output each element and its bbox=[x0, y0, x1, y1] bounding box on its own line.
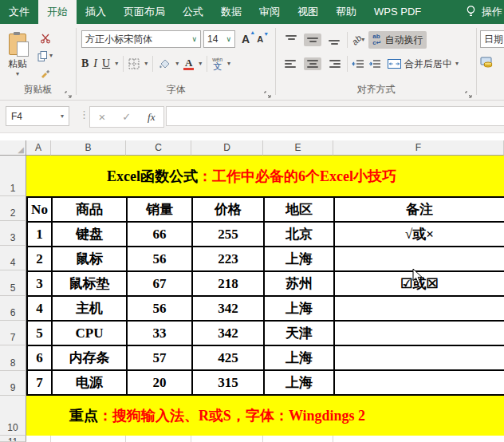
underline-button[interactable]: U bbox=[102, 57, 110, 70]
phonetic-guide-button[interactable]: wén 文 bbox=[212, 57, 222, 71]
cell-e2[interactable]: 地区 bbox=[264, 197, 334, 222]
align-left-button[interactable] bbox=[282, 57, 300, 70]
cell-d2[interactable]: 价格 bbox=[192, 197, 264, 222]
row-header-9[interactable]: 9 bbox=[0, 371, 26, 396]
cell-e7[interactable]: 天津 bbox=[264, 321, 334, 345]
cell-f6[interactable] bbox=[334, 296, 504, 321]
tab-data[interactable]: 数据 bbox=[212, 0, 250, 24]
row-header-8[interactable]: 8 bbox=[0, 345, 26, 371]
formula-bar-grip[interactable]: ⋮ bbox=[79, 109, 89, 120]
tab-review[interactable]: 审阅 bbox=[250, 0, 289, 24]
cell-b7[interactable]: CPU bbox=[52, 321, 127, 345]
cell-b2[interactable]: 商品 bbox=[52, 197, 127, 222]
font-size-combo[interactable]: 14 ∨ bbox=[203, 30, 235, 48]
cell-f8[interactable] bbox=[334, 345, 504, 370]
row-header-5[interactable]: 5 bbox=[0, 270, 26, 296]
cell-d9[interactable]: 315 bbox=[192, 370, 264, 395]
cut-button[interactable] bbox=[35, 31, 55, 45]
tab-help[interactable]: 帮助 bbox=[327, 0, 365, 24]
align-center-button[interactable] bbox=[304, 57, 321, 70]
row-header-2[interactable]: 2 bbox=[0, 196, 26, 221]
tab-formulas[interactable]: 公式 bbox=[174, 0, 212, 24]
cell-a6[interactable]: 4 bbox=[27, 296, 52, 321]
cancel-button[interactable]: × bbox=[98, 110, 105, 124]
align-right-button[interactable] bbox=[325, 57, 343, 70]
cell-c7[interactable]: 33 bbox=[127, 321, 192, 345]
cell-a7[interactable]: 5 bbox=[27, 321, 52, 345]
cell-e9[interactable]: 上海 bbox=[264, 370, 334, 395]
tab-home[interactable]: 开始 bbox=[38, 0, 77, 24]
increase-font-button[interactable]: A▲ bbox=[242, 33, 250, 45]
cell-f7[interactable] bbox=[334, 321, 504, 345]
fill-color-button[interactable] bbox=[158, 58, 171, 70]
formula-input[interactable] bbox=[166, 106, 504, 126]
row-header-3[interactable]: 3 bbox=[0, 221, 26, 246]
column-header-d[interactable]: D bbox=[191, 140, 263, 156]
cell-e5[interactable]: 苏州 bbox=[264, 271, 334, 296]
cell-a5[interactable]: 3 bbox=[27, 271, 52, 296]
align-top-button[interactable] bbox=[282, 34, 300, 46]
cell-a9[interactable]: 7 bbox=[27, 370, 52, 395]
cell-c5[interactable]: 67 bbox=[127, 271, 192, 296]
footer-banner-cell[interactable]: 重点：搜狗输入法、R或S，字体：Wingdings 2 bbox=[26, 396, 504, 436]
font-dialog-launcher[interactable] bbox=[264, 88, 272, 96]
cell-b3[interactable]: 键盘 bbox=[52, 222, 127, 247]
wrap-text-button[interactable]: abc↵ 自动换行 bbox=[368, 31, 427, 49]
column-header-b[interactable]: B bbox=[51, 140, 126, 156]
cell-a3[interactable]: 1 bbox=[27, 222, 52, 247]
title-banner-cell[interactable]: Excel函数公式：工作中必备的6个Excel小技巧 bbox=[26, 156, 504, 196]
cell-e8[interactable]: 上海 bbox=[264, 345, 334, 370]
decrease-font-button[interactable]: A▼ bbox=[257, 34, 263, 44]
name-box[interactable]: F4 ▾ bbox=[6, 106, 69, 126]
row-header-6[interactable]: 6 bbox=[0, 296, 26, 321]
cell-f9[interactable] bbox=[334, 370, 504, 395]
column-header-f[interactable]: F bbox=[333, 140, 504, 156]
cell-c9[interactable]: 20 bbox=[127, 370, 192, 395]
cell-f3[interactable]: √或× bbox=[334, 222, 504, 247]
bold-button[interactable]: B bbox=[81, 57, 89, 70]
number-format-combo[interactable]: 日期 bbox=[480, 30, 504, 48]
paste-button[interactable]: 粘贴 ▾ bbox=[0, 24, 35, 81]
cell-a8[interactable]: 6 bbox=[27, 345, 52, 370]
cell-d8[interactable]: 425 bbox=[192, 345, 264, 370]
increase-indent-button[interactable] bbox=[368, 59, 381, 69]
column-header-c[interactable]: C bbox=[126, 140, 191, 156]
tab-file[interactable]: 文件 bbox=[0, 0, 38, 24]
cell-c2[interactable]: 销量 bbox=[127, 197, 192, 222]
row-header-1[interactable]: 1 bbox=[0, 156, 26, 196]
alignment-dialog-launcher[interactable] bbox=[465, 88, 473, 96]
cell-b6[interactable]: 主机 bbox=[52, 296, 127, 321]
cell-c3[interactable]: 66 bbox=[127, 222, 192, 247]
clipboard-dialog-launcher[interactable] bbox=[65, 88, 73, 96]
cell-a2[interactable]: No bbox=[27, 197, 52, 222]
cell-d4[interactable]: 223 bbox=[192, 247, 264, 271]
cell-b9[interactable]: 电源 bbox=[52, 370, 127, 395]
borders-button[interactable] bbox=[128, 58, 140, 69]
orientation-button[interactable]: ab▾ bbox=[352, 35, 364, 45]
cell-d7[interactable]: 342 bbox=[192, 321, 264, 345]
tab-page-layout[interactable]: 页面布局 bbox=[115, 0, 174, 24]
row-header-4[interactable]: 4 bbox=[0, 246, 26, 270]
align-bottom-button[interactable] bbox=[325, 34, 343, 46]
cell-b4[interactable]: 鼠标 bbox=[52, 247, 127, 271]
enter-button[interactable]: ✓ bbox=[122, 111, 131, 123]
cell-b5[interactable]: 鼠标垫 bbox=[52, 271, 127, 296]
italic-button[interactable]: I bbox=[93, 57, 97, 70]
insert-function-button[interactable]: fx bbox=[148, 111, 155, 124]
tab-insert[interactable]: 插入 bbox=[77, 0, 115, 24]
row-header-7[interactable]: 7 bbox=[0, 321, 26, 345]
cell-c4[interactable]: 56 bbox=[127, 247, 192, 271]
column-header-a[interactable]: A bbox=[26, 140, 51, 156]
cell-c8[interactable]: 57 bbox=[127, 345, 192, 370]
cell-e3[interactable]: 北京 bbox=[264, 222, 334, 247]
tellme-area[interactable]: 操作 bbox=[467, 0, 504, 24]
cell-d5[interactable]: 218 bbox=[192, 271, 264, 296]
merge-center-button[interactable]: 合并后居中 ▾ bbox=[385, 55, 461, 73]
row-header-11[interactable]: 11 bbox=[0, 436, 26, 442]
cell-f2[interactable]: 备注 bbox=[334, 197, 504, 222]
cell-e6[interactable]: 上海 bbox=[264, 296, 334, 321]
format-painter-button[interactable] bbox=[35, 66, 55, 81]
column-header-e[interactable]: E bbox=[263, 140, 333, 156]
row-header-10[interactable]: 10 bbox=[0, 396, 26, 436]
copy-button[interactable]: ▾ bbox=[35, 49, 55, 63]
